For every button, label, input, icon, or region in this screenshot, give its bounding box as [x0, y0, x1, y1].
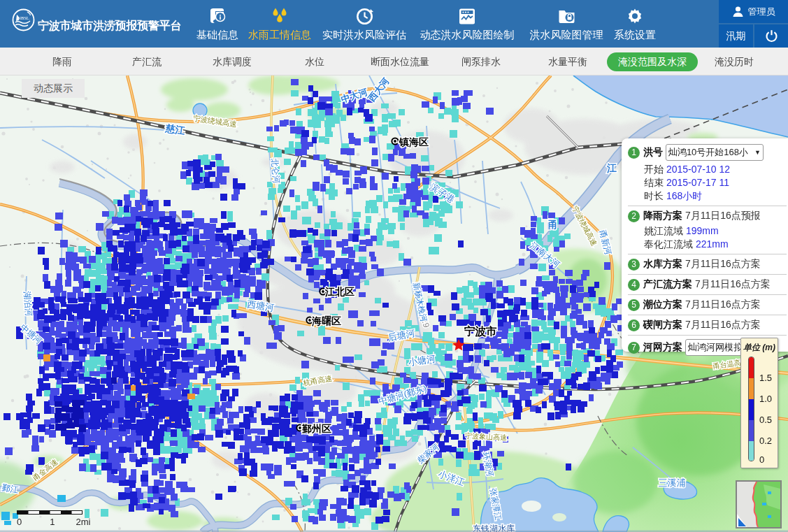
- svg-text:江: 江: [606, 162, 617, 173]
- svg-text:三溪浦: 三溪浦: [659, 477, 686, 488]
- svg-text:海曙区: 海曙区: [311, 315, 341, 326]
- svg-text:NBSL: NBSL: [17, 15, 29, 20]
- svg-text:江北区: 江北区: [324, 286, 354, 297]
- svg-text:镇海区: 镇海区: [399, 136, 429, 148]
- svg-text:甬: 甬: [548, 219, 558, 230]
- svg-text:宁波市: 宁波市: [464, 325, 497, 337]
- svg-text:鄞州区: 鄞州区: [302, 423, 331, 434]
